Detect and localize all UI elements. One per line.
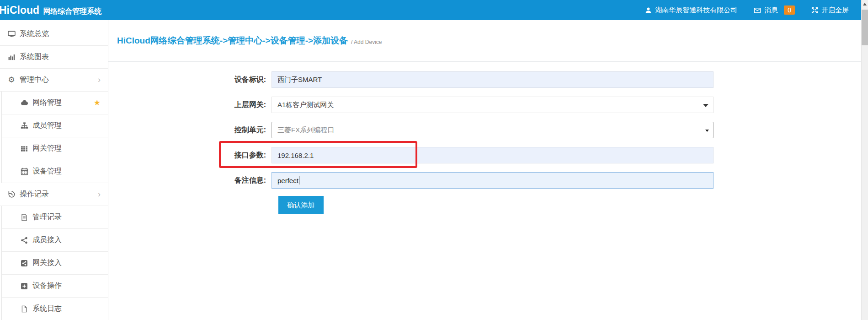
top-header: HiCloud 网络综合管理系统 湖南华辰智通科技有限公司 消息 0 开启全屏 [0, 0, 868, 20]
form-row-remarks: 备注信息: perfect [108, 172, 861, 189]
star-icon: ★ [94, 98, 101, 108]
file-icon [19, 305, 30, 313]
breadcrumb: HiCloud网络综合管理系统->管理中心->设备管理->添加设备 [117, 35, 348, 47]
share-icon [19, 237, 30, 244]
sidebar-item-member-access[interactable]: 成员接入 [2, 229, 108, 252]
remarks-label: 备注信息: [108, 172, 272, 189]
messages-count-badge: 0 [784, 5, 795, 15]
breadcrumb-bar: HiCloud网络综合管理系统->管理中心->设备管理->添加设备 / Add … [108, 20, 861, 62]
fullscreen-icon [811, 7, 818, 14]
sidebar-item-device-operations[interactable]: 设备操作 [2, 275, 108, 298]
fullscreen-label: 开启全屏 [821, 6, 849, 15]
fullscreen-button[interactable]: 开启全屏 [811, 6, 849, 15]
sidebar-item-label: 系统日志 [32, 304, 62, 314]
main-content: HiCloud网络综合管理系统->管理中心->设备管理->添加设备 / Add … [108, 20, 861, 320]
sitemap-icon [19, 122, 30, 130]
interface-params-label: 接口参数: [108, 147, 272, 163]
caret-down-icon [705, 130, 709, 132]
sidebar-item-label: 网关管理 [32, 144, 62, 153]
user-icon [645, 7, 652, 14]
sidebar-item-label: 管理中心 [20, 75, 49, 85]
cloud-icon [19, 99, 30, 107]
scrollbar-thumb[interactable] [862, 10, 868, 45]
sidebar-item-member-management[interactable]: 成员管理 [2, 114, 108, 137]
interface-params-value: 192.168.2.1 [277, 152, 314, 159]
app-logo: HiCloud 网络综合管理系统 [0, 4, 101, 16]
sidebar-item-label: 系统总览 [20, 29, 49, 39]
sidebar-item-label: 网关接入 [32, 258, 62, 268]
sidebar-item-label: 设备管理 [32, 167, 62, 176]
form-row-upper-gateway: 上层网关: A1栋客户测试网关 [108, 97, 861, 113]
remarks-value: perfect [277, 177, 298, 184]
sidebar-item-device-management[interactable]: 设备管理 [2, 160, 108, 183]
sidebar-item-label: 设备操作 [32, 281, 62, 291]
confirm-add-button[interactable]: 确认添加 [278, 196, 324, 214]
form-row-interface-params: 接口参数: 192.168.2.1 [108, 147, 861, 163]
sidebar-item-network-management[interactable]: 网络管理 ★ [2, 92, 108, 114]
upper-gateway-value: A1栋客户测试网关 [277, 101, 334, 109]
form-row-control-unit: 控制单元: 三菱FX系列编程口 [108, 122, 861, 138]
sidebar-item-gateway-management[interactable]: 网关管理 [2, 137, 108, 160]
current-user[interactable]: 湖南华辰智通科技有限公司 [645, 6, 737, 15]
sidebar-nav: 系统总览 系统图表 ⚙ 管理中心 › 网络管理 ★ 成员管理 [0, 20, 108, 320]
sidebar-item-gateway-access[interactable]: 网关接入 [2, 252, 108, 275]
desktop-icon [6, 30, 17, 38]
grid-icon [19, 145, 30, 152]
interface-params-input[interactable]: 192.168.2.1 [272, 147, 714, 163]
header-right-group: 湖南华辰智通科技有限公司 消息 0 开启全屏 [645, 5, 849, 15]
sidebar-item-label: 管理记录 [32, 212, 62, 222]
chart-icon [6, 53, 17, 61]
sidebar-item-system-overview[interactable]: 系统总览 [0, 23, 108, 46]
device-id-input[interactable]: 西门子SMART [272, 71, 714, 88]
chevron-right-icon: › [98, 190, 101, 199]
sidebar-item-label: 成员管理 [32, 121, 62, 130]
upper-gateway-label: 上层网关: [108, 97, 272, 113]
sidebar-item-management-center[interactable]: ⚙ 管理中心 › [0, 69, 108, 92]
text-cursor [299, 176, 299, 184]
upper-gateway-select[interactable]: A1栋客户测试网关 [272, 97, 714, 113]
sidebar-item-label: 系统图表 [20, 52, 49, 62]
remarks-input[interactable]: perfect [272, 172, 714, 189]
device-id-label: 设备标识: [108, 71, 272, 88]
sidebar-item-operation-records[interactable]: 操作记录 › [0, 183, 108, 206]
calendar-icon [19, 168, 30, 175]
breadcrumb-suffix: / Add Device [351, 36, 382, 45]
share-square-icon [19, 260, 30, 267]
device-id-value: 西门子SMART [277, 76, 322, 84]
operation-records-submenu: 管理记录 成员接入 网关接入 设备操作 系统日志 [1, 206, 108, 320]
sidebar-item-system-charts[interactable]: 系统图表 [0, 46, 108, 69]
messages-label: 消息 [764, 6, 778, 15]
sidebar-item-label: 网络管理 [32, 98, 62, 108]
control-unit-select[interactable]: 三菱FX系列编程口 [272, 122, 714, 138]
control-unit-label: 控制单元: [108, 122, 272, 138]
caret-down-icon [703, 104, 708, 107]
scroll-up-arrow-icon[interactable] [863, 3, 867, 5]
control-unit-value: 三菱FX系列编程口 [277, 126, 334, 135]
sidebar-item-management-records[interactable]: 管理记录 [2, 206, 108, 229]
management-center-submenu: 网络管理 ★ 成员管理 网关管理 设备管理 [1, 92, 108, 183]
add-device-form: 设备标识: 西门子SMART 上层网关: A1栋客户测试网关 控制单元: 三菱F… [108, 71, 861, 214]
sidebar-item-label: 操作记录 [20, 190, 49, 199]
chevron-right-icon: › [98, 75, 101, 85]
envelope-icon [754, 7, 761, 14]
form-row-device-id: 设备标识: 西门子SMART [108, 71, 861, 88]
sidebar-item-system-logs[interactable]: 系统日志 [2, 298, 108, 320]
plus-square-icon [19, 282, 30, 290]
vertical-scrollbar[interactable] [861, 0, 868, 320]
file-text-icon [19, 214, 30, 221]
company-name: 湖南华辰智通科技有限公司 [655, 6, 737, 15]
gears-icon: ⚙ [6, 76, 17, 84]
history-icon [6, 190, 17, 198]
sidebar-item-label: 成员接入 [32, 235, 62, 245]
messages-button[interactable]: 消息 0 [754, 5, 795, 15]
logo-brand: HiCloud [0, 4, 39, 16]
logo-title: 网络综合管理系统 [43, 7, 101, 16]
